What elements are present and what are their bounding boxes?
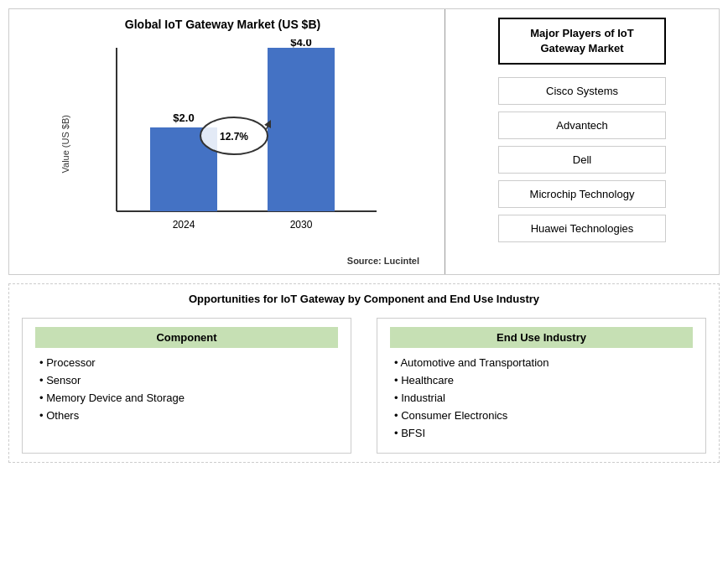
player-microchip: Microchip Technology [498,180,666,208]
bar-2024-xlabel: 2024 [173,219,195,231]
component-item-others: Others [35,409,338,422]
opportunities-grid: Component Processor Sensor Memory Device… [22,318,706,454]
chart-section: Global IoT Gateway Market (US $B) Value … [9,9,445,274]
bar-chart-svg: $2.0 2024 $4.0 2030 12.7% [75,39,385,249]
component-list: Processor Sensor Memory Device and Stora… [35,356,338,422]
chart-title: Global IoT Gateway Market (US $B) [18,18,428,31]
player-cisco: Cisco Systems [498,77,666,105]
component-header: Component [35,327,338,348]
component-item-memory: Memory Device and Storage [35,392,338,404]
y-axis-label: Value (US $B) [60,115,70,174]
main-container: Global IoT Gateway Market (US $B) Value … [0,0,728,581]
enduse-item-industrial: Industrial [390,392,693,404]
player-advantech: Advantech [498,112,666,139]
player-huawei: Huawei Technologies [498,215,666,242]
players-title: Major Players of IoT Gateway Market [498,18,666,65]
component-item-processor: Processor [35,356,338,369]
enduse-list: Automotive and Transportation Healthcare… [390,356,693,439]
players-section: Major Players of IoT Gateway Market Cisc… [445,9,719,274]
bar-2030-label: $4.0 [290,39,311,49]
bar-2030-xlabel: 2030 [290,219,313,231]
component-column: Component Processor Sensor Memory Device… [22,318,351,454]
enduse-item-automotive: Automotive and Transportation [390,356,693,369]
bottom-section: Opportunities for IoT Gateway by Compone… [8,283,720,463]
enduse-column: End Use Industry Automotive and Transpor… [377,318,706,454]
source-text: Source: Lucintel [18,256,428,266]
cagr-label: 12.7% [220,131,248,143]
enduse-item-bfsi: BFSI [390,427,693,439]
bottom-title: Opportunities for IoT Gateway by Compone… [22,293,706,305]
bar-2024-label: $2.0 [173,112,194,124]
bar-2030 [268,48,335,211]
component-item-sensor: Sensor [35,374,338,386]
player-dell: Dell [498,146,666,174]
enduse-header: End Use Industry [390,327,693,348]
top-section: Global IoT Gateway Market (US $B) Value … [8,8,720,275]
enduse-item-consumer: Consumer Electronics [390,409,693,422]
enduse-item-healthcare: Healthcare [390,374,693,386]
